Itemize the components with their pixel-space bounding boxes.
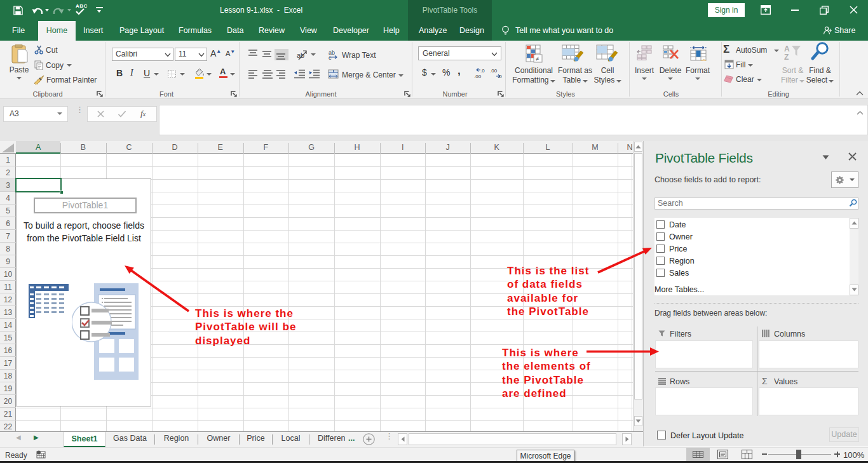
svg-text:A: A [784,44,790,53]
svg-text:c: c [329,55,332,60]
svg-text:≠: ≠ [536,55,539,62]
svg-text:.0: .0 [480,68,485,74]
svg-text:.00: .00 [490,68,498,74]
svg-text:.00: .00 [474,74,482,79]
svg-text:Z: Z [784,53,789,62]
svg-text:.0: .0 [498,74,502,79]
